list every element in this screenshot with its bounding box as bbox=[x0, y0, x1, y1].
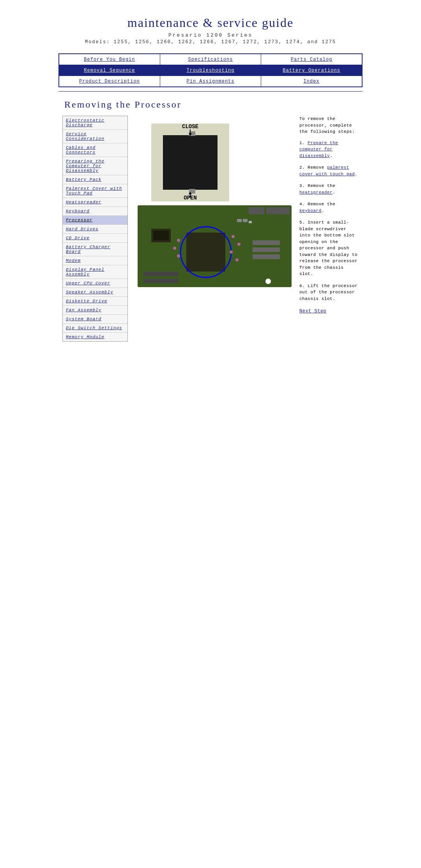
nav-link-index[interactable]: Index bbox=[304, 79, 320, 84]
nav-link-specifications[interactable]: Specifications bbox=[188, 57, 233, 62]
step-3: 3. Remove the heatspreader. bbox=[299, 183, 360, 196]
svg-rect-17 bbox=[249, 221, 252, 223]
series-text: Presario 1200 Series bbox=[62, 32, 359, 38]
nav-link-product-description[interactable]: Product Description bbox=[79, 79, 140, 84]
svg-point-24 bbox=[235, 258, 239, 261]
sidebar-item-10[interactable]: CD Drive bbox=[63, 234, 127, 243]
processor-diagram: CLOSE OPEN bbox=[132, 116, 295, 303]
models-text: Models: 1255, 1256, 1260, 1262, 1266, 12… bbox=[62, 39, 359, 45]
svg-point-21 bbox=[232, 235, 235, 238]
sidebar: Electrostatic DischargeService Considera… bbox=[62, 116, 128, 342]
sidebar-item-18[interactable]: System Board bbox=[63, 315, 127, 324]
sidebar-item-20[interactable]: Memory Module bbox=[63, 333, 127, 341]
sidebar-item-9[interactable]: Hard Drives bbox=[63, 225, 127, 234]
sidebar-item-11[interactable]: Battery Charger Board bbox=[63, 243, 127, 256]
svg-rect-14 bbox=[266, 207, 290, 214]
center-content: CLOSE OPEN bbox=[132, 116, 295, 342]
svg-rect-13 bbox=[249, 207, 264, 214]
svg-point-25 bbox=[177, 239, 180, 242]
sidebar-item-3[interactable]: Preparing the Computer for Disassembly bbox=[63, 157, 127, 175]
step2-link[interactable]: palmrest cover with touch pad bbox=[299, 165, 355, 176]
svg-point-26 bbox=[173, 247, 176, 250]
nav-table: Before You BeginSpecificationsParts Cata… bbox=[58, 53, 363, 87]
step-1: 1. Prepare the computer for disassembly. bbox=[299, 140, 360, 159]
step1-link[interactable]: Prepare the computer for disassembly bbox=[299, 141, 338, 158]
sidebar-item-16[interactable]: Diskette Drive bbox=[63, 297, 127, 306]
sidebar-item-7[interactable]: Keyboard bbox=[63, 207, 127, 216]
sidebar-item-5[interactable]: Palmrest Cover with Touch Pad bbox=[63, 184, 127, 198]
step-4: 4. Remove the keyboard. bbox=[299, 201, 360, 214]
sidebar-item-0[interactable]: Electrostatic Discharge bbox=[63, 116, 127, 130]
nav-link-battery-operations[interactable]: Battery Operations bbox=[283, 68, 340, 73]
svg-rect-16 bbox=[243, 219, 248, 222]
nav-link-troubleshooting[interactable]: Troubleshooting bbox=[186, 68, 234, 73]
svg-point-23 bbox=[230, 251, 233, 254]
svg-rect-20 bbox=[253, 254, 280, 259]
sidebar-item-4[interactable]: Battery Pack bbox=[63, 175, 127, 184]
svg-rect-29 bbox=[143, 279, 179, 283]
step-2: 2. Remove palmrest cover with touch pad. bbox=[299, 164, 360, 177]
svg-rect-15 bbox=[237, 219, 242, 222]
svg-point-22 bbox=[237, 243, 241, 246]
page-title: Removing the Processor bbox=[58, 95, 363, 114]
svg-rect-1 bbox=[163, 135, 218, 190]
nav-link-removal-sequence[interactable]: Removal Sequence bbox=[84, 68, 135, 73]
svg-rect-19 bbox=[253, 247, 280, 252]
page-main-title: maintenance & service guide bbox=[62, 16, 359, 30]
nav-link-parts-catalog[interactable]: Parts Catalog bbox=[291, 57, 333, 62]
svg-point-30 bbox=[265, 279, 271, 284]
intro-text: To remove the processor, complete the fo… bbox=[299, 116, 360, 135]
sidebar-item-15[interactable]: Speaker Assembly bbox=[63, 288, 127, 297]
sidebar-item-14[interactable]: Upper CPU Cover bbox=[63, 279, 127, 288]
right-panel: To remove the processor, complete the fo… bbox=[299, 116, 360, 342]
step-5: 5. Insert a small-blade screwdriver into… bbox=[299, 219, 360, 277]
step4-link[interactable]: keyboard bbox=[299, 208, 322, 213]
next-step-link[interactable]: Next Step bbox=[299, 308, 360, 315]
sidebar-item-19[interactable]: Dip Switch Settings bbox=[63, 324, 127, 333]
svg-rect-28 bbox=[143, 272, 179, 276]
sidebar-item-13[interactable]: Display Panel Assembly bbox=[63, 265, 127, 279]
sidebar-item-2[interactable]: Cables and Connectors bbox=[63, 143, 127, 157]
sidebar-item-8[interactable]: Processor bbox=[63, 216, 127, 225]
step3-link[interactable]: heatspreader bbox=[299, 190, 333, 195]
nav-link-before-you-begin[interactable]: Before You Begin bbox=[84, 57, 135, 62]
sidebar-item-1[interactable]: Service Consideration bbox=[63, 130, 127, 143]
nav-link-pin-assignments[interactable]: Pin Assignments bbox=[186, 79, 234, 84]
header: maintenance & service guide Presario 120… bbox=[58, 0, 363, 49]
sidebar-item-17[interactable]: Fan Assembly bbox=[63, 306, 127, 315]
divider bbox=[58, 91, 363, 92]
svg-rect-32 bbox=[153, 231, 169, 240]
motherboard-svg: CLOSE OPEN bbox=[132, 120, 295, 299]
svg-point-27 bbox=[177, 254, 180, 258]
main-content: Electrostatic DischargeService Considera… bbox=[58, 114, 363, 344]
sidebar-item-12[interactable]: Modem bbox=[63, 256, 127, 265]
svg-rect-11 bbox=[186, 233, 225, 272]
step-6: 6. Lift the processor out of the process… bbox=[299, 283, 360, 302]
svg-rect-18 bbox=[253, 240, 280, 245]
svg-text:CLOSE: CLOSE bbox=[182, 123, 198, 130]
sidebar-item-6[interactable]: Heatspreader bbox=[63, 198, 127, 207]
